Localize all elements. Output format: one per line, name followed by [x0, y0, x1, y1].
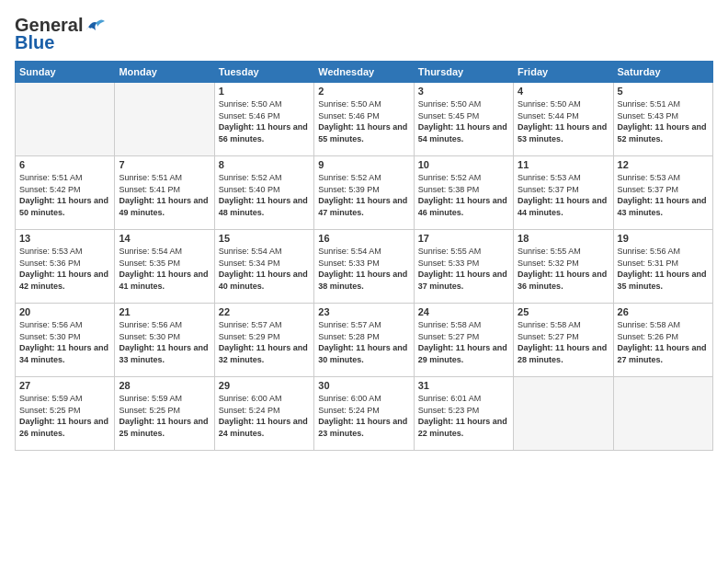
day-number: 7 — [119, 159, 210, 170]
logo-bird-icon — [85, 17, 105, 34]
calendar-week-row: 27Sunrise: 5:59 AMSunset: 5:25 PMDayligh… — [16, 377, 713, 451]
day-number: 25 — [518, 306, 609, 317]
calendar-cell — [16, 83, 115, 156]
calendar-cell: 22Sunrise: 5:57 AMSunset: 5:29 PMDayligh… — [214, 304, 313, 377]
column-header-wednesday: Wednesday — [314, 62, 414, 83]
day-number: 19 — [618, 233, 709, 244]
day-info: Sunrise: 5:50 AMSunset: 5:45 PMDaylight:… — [418, 98, 509, 144]
calendar-week-row: 13Sunrise: 5:53 AMSunset: 5:36 PMDayligh… — [16, 230, 713, 304]
calendar-cell: 7Sunrise: 5:51 AMSunset: 5:41 PMDaylight… — [115, 156, 214, 230]
calendar-cell: 14Sunrise: 5:54 AMSunset: 5:35 PMDayligh… — [115, 230, 214, 304]
day-number: 11 — [518, 159, 609, 170]
calendar-cell: 24Sunrise: 5:58 AMSunset: 5:27 PMDayligh… — [414, 304, 513, 377]
calendar-cell: 27Sunrise: 5:59 AMSunset: 5:25 PMDayligh… — [16, 377, 115, 451]
column-header-monday: Monday — [115, 62, 214, 83]
calendar-cell: 26Sunrise: 5:58 AMSunset: 5:26 PMDayligh… — [613, 304, 712, 377]
day-number: 16 — [318, 233, 409, 244]
day-number: 2 — [318, 86, 409, 97]
day-number: 12 — [618, 159, 709, 170]
day-number: 4 — [518, 86, 609, 97]
calendar-cell: 13Sunrise: 5:53 AMSunset: 5:36 PMDayligh… — [16, 230, 115, 304]
day-info: Sunrise: 5:52 AMSunset: 5:39 PMDaylight:… — [318, 172, 409, 218]
day-number: 10 — [418, 159, 509, 170]
day-info: Sunrise: 5:59 AMSunset: 5:25 PMDaylight:… — [19, 393, 110, 439]
calendar-cell: 12Sunrise: 5:53 AMSunset: 5:37 PMDayligh… — [613, 156, 712, 230]
day-info: Sunrise: 5:54 AMSunset: 5:35 PMDaylight:… — [119, 246, 210, 292]
calendar-cell: 15Sunrise: 5:54 AMSunset: 5:34 PMDayligh… — [214, 230, 313, 304]
logo-blue: Blue — [15, 32, 54, 53]
day-info: Sunrise: 5:51 AMSunset: 5:43 PMDaylight:… — [618, 98, 709, 144]
calendar-cell: 20Sunrise: 5:56 AMSunset: 5:30 PMDayligh… — [16, 304, 115, 377]
day-info: Sunrise: 5:52 AMSunset: 5:38 PMDaylight:… — [418, 172, 509, 218]
day-number: 17 — [418, 233, 509, 244]
calendar-cell: 4Sunrise: 5:50 AMSunset: 5:44 PMDaylight… — [514, 83, 613, 156]
day-info: Sunrise: 5:53 AMSunset: 5:37 PMDaylight:… — [618, 172, 709, 218]
day-info: Sunrise: 6:00 AMSunset: 5:24 PMDaylight:… — [219, 393, 310, 439]
day-number: 29 — [219, 380, 310, 391]
calendar-week-row: 1Sunrise: 5:50 AMSunset: 5:46 PMDaylight… — [16, 83, 713, 156]
day-number: 18 — [518, 233, 609, 244]
day-info: Sunrise: 5:58 AMSunset: 5:27 PMDaylight:… — [418, 319, 509, 365]
day-info: Sunrise: 5:54 AMSunset: 5:33 PMDaylight:… — [318, 246, 409, 292]
day-info: Sunrise: 5:51 AMSunset: 5:42 PMDaylight:… — [19, 172, 110, 218]
calendar-cell: 1Sunrise: 5:50 AMSunset: 5:46 PMDaylight… — [214, 83, 313, 156]
column-header-thursday: Thursday — [414, 62, 513, 83]
day-number: 21 — [119, 306, 210, 317]
day-info: Sunrise: 5:52 AMSunset: 5:40 PMDaylight:… — [219, 172, 310, 218]
calendar-cell: 25Sunrise: 5:58 AMSunset: 5:27 PMDayligh… — [514, 304, 613, 377]
day-number: 24 — [418, 306, 509, 317]
day-number: 3 — [418, 86, 509, 97]
day-number: 6 — [19, 159, 110, 170]
day-number: 15 — [219, 233, 310, 244]
calendar-cell: 18Sunrise: 5:55 AMSunset: 5:32 PMDayligh… — [514, 230, 613, 304]
day-number: 20 — [19, 306, 110, 317]
day-info: Sunrise: 5:50 AMSunset: 5:46 PMDaylight:… — [318, 98, 409, 144]
day-number: 30 — [318, 380, 409, 391]
day-number: 13 — [19, 233, 110, 244]
calendar-cell — [115, 83, 214, 156]
day-info: Sunrise: 5:56 AMSunset: 5:31 PMDaylight:… — [618, 246, 709, 292]
day-number: 5 — [618, 86, 709, 97]
day-number: 31 — [418, 380, 509, 391]
calendar-cell: 29Sunrise: 6:00 AMSunset: 5:24 PMDayligh… — [214, 377, 313, 451]
calendar-cell: 16Sunrise: 5:54 AMSunset: 5:33 PMDayligh… — [314, 230, 414, 304]
calendar-cell: 28Sunrise: 5:59 AMSunset: 5:25 PMDayligh… — [115, 377, 214, 451]
column-header-sunday: Sunday — [16, 62, 115, 83]
day-info: Sunrise: 5:53 AMSunset: 5:36 PMDaylight:… — [19, 246, 110, 292]
calendar-cell: 3Sunrise: 5:50 AMSunset: 5:45 PMDaylight… — [414, 83, 513, 156]
calendar-cell: 30Sunrise: 6:00 AMSunset: 5:24 PMDayligh… — [314, 377, 414, 451]
calendar-header-row: SundayMondayTuesdayWednesdayThursdayFrid… — [16, 62, 713, 83]
calendar-cell: 17Sunrise: 5:55 AMSunset: 5:33 PMDayligh… — [414, 230, 513, 304]
page-header: General Blue — [15, 15, 713, 53]
calendar-cell: 6Sunrise: 5:51 AMSunset: 5:42 PMDaylight… — [16, 156, 115, 230]
day-info: Sunrise: 5:50 AMSunset: 5:46 PMDaylight:… — [219, 98, 310, 144]
day-number: 9 — [318, 159, 409, 170]
calendar-cell: 23Sunrise: 5:57 AMSunset: 5:28 PMDayligh… — [314, 304, 414, 377]
day-info: Sunrise: 5:56 AMSunset: 5:30 PMDaylight:… — [19, 319, 110, 365]
calendar-cell: 9Sunrise: 5:52 AMSunset: 5:39 PMDaylight… — [314, 156, 414, 230]
day-info: Sunrise: 5:57 AMSunset: 5:29 PMDaylight:… — [219, 319, 310, 365]
calendar-cell: 19Sunrise: 5:56 AMSunset: 5:31 PMDayligh… — [613, 230, 712, 304]
day-info: Sunrise: 5:58 AMSunset: 5:26 PMDaylight:… — [618, 319, 709, 365]
column-header-friday: Friday — [514, 62, 613, 83]
day-info: Sunrise: 5:58 AMSunset: 5:27 PMDaylight:… — [518, 319, 609, 365]
calendar-cell: 10Sunrise: 5:52 AMSunset: 5:38 PMDayligh… — [414, 156, 513, 230]
column-header-saturday: Saturday — [613, 62, 712, 83]
day-info: Sunrise: 5:55 AMSunset: 5:32 PMDaylight:… — [518, 246, 609, 292]
day-info: Sunrise: 5:51 AMSunset: 5:41 PMDaylight:… — [119, 172, 210, 218]
day-number: 27 — [19, 380, 110, 391]
day-info: Sunrise: 5:50 AMSunset: 5:44 PMDaylight:… — [518, 98, 609, 144]
calendar-cell: 31Sunrise: 6:01 AMSunset: 5:23 PMDayligh… — [414, 377, 513, 451]
day-info: Sunrise: 5:59 AMSunset: 5:25 PMDaylight:… — [119, 393, 210, 439]
calendar-table: SundayMondayTuesdayWednesdayThursdayFrid… — [15, 61, 713, 451]
calendar-cell: 2Sunrise: 5:50 AMSunset: 5:46 PMDaylight… — [314, 83, 414, 156]
calendar-cell — [514, 377, 613, 451]
calendar-cell: 11Sunrise: 5:53 AMSunset: 5:37 PMDayligh… — [514, 156, 613, 230]
logo: General Blue — [15, 15, 105, 53]
day-number: 8 — [219, 159, 310, 170]
day-number: 14 — [119, 233, 210, 244]
day-info: Sunrise: 5:53 AMSunset: 5:37 PMDaylight:… — [518, 172, 609, 218]
day-number: 22 — [219, 306, 310, 317]
day-info: Sunrise: 5:54 AMSunset: 5:34 PMDaylight:… — [219, 246, 310, 292]
calendar-week-row: 6Sunrise: 5:51 AMSunset: 5:42 PMDaylight… — [16, 156, 713, 230]
